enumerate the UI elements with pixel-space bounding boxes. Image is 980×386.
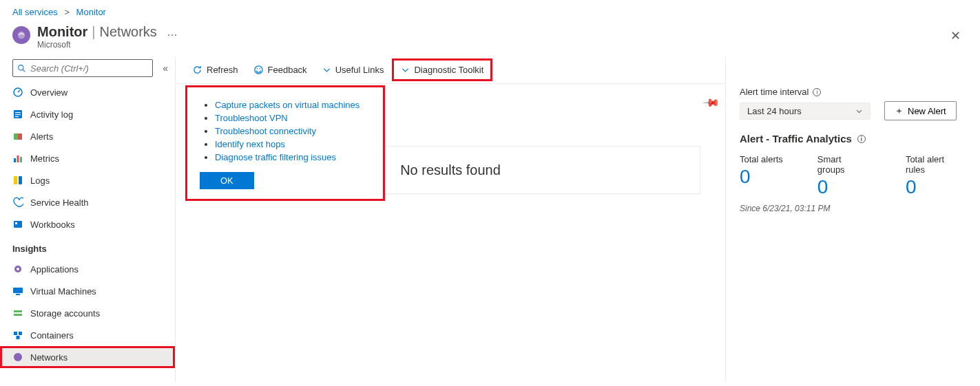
sidebar-item-containers[interactable]: Containers: [0, 324, 175, 346]
svg-rect-24: [19, 332, 22, 335]
sidebar-item-label: Applications: [30, 264, 79, 275]
sidebar-item-workbooks[interactable]: Workbooks: [0, 213, 175, 235]
feedback-button[interactable]: Feedback: [247, 61, 314, 79]
page-section: Networks: [100, 24, 157, 40]
sidebar-item-label: Service Health: [30, 197, 89, 208]
useful-links-button[interactable]: Useful Links: [315, 61, 391, 79]
search-icon: [17, 64, 26, 73]
metric-value[interactable]: 0: [817, 176, 871, 198]
svg-rect-11: [17, 156, 19, 162]
chevron-down-icon: [401, 65, 410, 74]
svg-point-28: [256, 68, 258, 69]
info-icon[interactable]: i: [857, 135, 866, 143]
metric-smart-groups: Smart groups 0: [817, 154, 871, 198]
popup-link-identify-next-hops[interactable]: Identify next hops: [215, 139, 285, 149]
diagnostic-toolkit-label: Diagnostic Toolkit: [414, 65, 483, 75]
page-title: Monitor: [37, 24, 87, 40]
popup-item: Troubleshoot VPN: [215, 111, 371, 125]
service-health-icon: [12, 197, 23, 208]
collapse-sidebar-icon[interactable]: «: [158, 63, 172, 74]
sidebar-item-label: Networks: [30, 352, 67, 363]
alerts-icon: [12, 131, 23, 142]
containers-icon: [12, 330, 23, 341]
sidebar-item-label: Logs: [30, 175, 50, 186]
new-alert-button[interactable]: ＋ New Alert: [884, 101, 957, 120]
svg-rect-12: [20, 157, 22, 162]
svg-point-29: [259, 68, 260, 69]
svg-rect-7: [15, 116, 19, 117]
popup-link-capture-packets[interactable]: Capture packets on virtual machines: [215, 100, 359, 110]
sidebar: « Overview Activity log Alerts Metrics L…: [0, 56, 176, 382]
popup-item: Identify next hops: [215, 138, 371, 151]
sidebar-item-overview[interactable]: Overview: [0, 81, 175, 103]
new-alert-label: New Alert: [908, 106, 946, 116]
sidebar-item-virtual-machines[interactable]: Virtual Machines: [0, 280, 175, 302]
alert-section-title: Alert - Traffic Analytics: [740, 133, 852, 144]
refresh-icon: [192, 65, 202, 75]
feedback-label: Feedback: [268, 65, 307, 75]
popup-link-diagnose-traffic[interactable]: Diagnose traffic filtering issues: [215, 152, 336, 162]
alert-interval-label: Alert time interval: [740, 87, 809, 97]
metric-total-alert-rules: Total alert rules 0: [906, 154, 966, 198]
activity-log-icon: [12, 109, 23, 120]
sidebar-item-label: Activity log: [30, 109, 73, 120]
popup-link-troubleshoot-connectivity[interactable]: Troubleshoot connectivity: [215, 126, 316, 136]
sidebar-item-label: Storage accounts: [30, 308, 100, 319]
virtual-machines-icon: [12, 286, 23, 297]
search-input-wrap[interactable]: [12, 59, 153, 77]
svg-line-2: [23, 69, 25, 72]
sidebar-item-alerts[interactable]: Alerts: [0, 125, 175, 147]
svg-rect-23: [14, 332, 17, 335]
metric-value[interactable]: 0: [740, 166, 783, 188]
sidebar-item-networks[interactable]: Networks: [0, 346, 175, 368]
info-icon[interactable]: i: [813, 88, 821, 96]
sidebar-item-logs[interactable]: Logs: [0, 169, 175, 191]
monitor-app-icon: [12, 26, 30, 44]
search-input[interactable]: [30, 63, 148, 74]
svg-point-0: [18, 32, 25, 39]
sidebar-item-service-health[interactable]: Service Health: [0, 191, 175, 213]
breadcrumb-current[interactable]: Monitor: [76, 7, 106, 17]
svg-rect-9: [18, 133, 22, 140]
sidebar-item-label: Virtual Machines: [30, 286, 96, 297]
diagnostic-toolkit-button[interactable]: Diagnostic Toolkit: [392, 58, 492, 81]
feedback-icon: [253, 65, 264, 75]
sidebar-item-activity-log[interactable]: Activity log: [0, 103, 175, 125]
page-subtitle: Microsoft: [37, 40, 178, 50]
diagnostic-toolkit-popup: Capture packets on virtual machines Trou…: [185, 85, 385, 201]
sidebar-item-metrics[interactable]: Metrics: [0, 147, 175, 169]
sidebar-item-applications[interactable]: Applications: [0, 258, 175, 280]
overview-icon: [12, 87, 23, 98]
toolbar: Refresh Feedback Useful Links Diagnostic…: [176, 56, 725, 84]
refresh-button[interactable]: Refresh: [185, 61, 245, 79]
metric-label: Total alerts: [740, 154, 783, 164]
since-text: Since 6/23/21, 03:11 PM: [740, 204, 966, 213]
metric-value[interactable]: 0: [906, 176, 966, 198]
alerts-panel: Alert time interval i Last 24 hours ＋ Ne…: [725, 56, 980, 382]
ok-button[interactable]: OK: [200, 172, 254, 189]
svg-rect-25: [17, 336, 20, 339]
logs-icon: [12, 175, 23, 186]
title-separator: |: [92, 24, 95, 40]
more-menu-icon[interactable]: …: [161, 26, 178, 39]
svg-point-1: [19, 65, 23, 69]
svg-point-26: [14, 353, 22, 361]
pin-icon[interactable]: 📌: [702, 94, 721, 113]
close-icon[interactable]: ✕: [943, 24, 968, 47]
breadcrumb-separator: >: [60, 7, 74, 17]
svg-rect-19: [13, 288, 23, 293]
sidebar-item-label: Overview: [30, 87, 67, 98]
svg-rect-20: [16, 294, 20, 295]
svg-rect-22: [14, 314, 22, 316]
popup-item: Diagnose traffic filtering issues: [215, 151, 371, 164]
svg-rect-15: [14, 221, 22, 228]
svg-rect-10: [14, 158, 16, 162]
sidebar-item-label: Metrics: [30, 153, 59, 164]
sidebar-item-storage-accounts[interactable]: Storage accounts: [0, 302, 175, 324]
alert-interval-select[interactable]: Last 24 hours: [740, 103, 870, 120]
sidebar-item-label: Workbooks: [30, 219, 75, 230]
breadcrumb-root[interactable]: All services: [12, 7, 58, 17]
metric-label: Total alert rules: [906, 154, 966, 175]
networks-icon: [12, 352, 23, 363]
popup-link-troubleshoot-vpn[interactable]: Troubleshoot VPN: [215, 113, 288, 123]
